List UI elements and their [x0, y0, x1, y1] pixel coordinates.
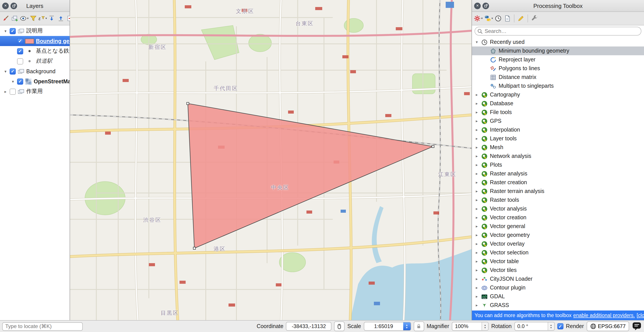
open-layer-styling-button[interactable] [1, 13, 10, 24]
chevron-right-icon[interactable]: ▸ [474, 294, 479, 299]
chevron-right-icon[interactable]: ▸ [474, 198, 479, 202]
toolbox-provider-row[interactable]: ▸Layer tools [472, 134, 644, 143]
toolbox-provider-row[interactable]: ▸Cartography [472, 90, 644, 99]
log-messages-icon[interactable] [632, 321, 642, 331]
manage-map-themes-button[interactable]: ▾ [20, 13, 28, 24]
toolbox-provider-row[interactable]: ▸Database [472, 99, 644, 108]
toolbox-provider-row[interactable]: ▸Contour plugin [472, 283, 644, 292]
layer-visibility-checkbox[interactable]: ✓ [10, 28, 16, 34]
chevron-right-icon[interactable]: ▸ [474, 224, 479, 229]
toolbox-provider-row[interactable]: ▸Vector selection [472, 248, 644, 257]
map-canvas[interactable]: 文京区台東区新宿区千代田区中央区江東区港区渋谷区目黒区 [70, 0, 472, 320]
chevron-down-icon[interactable]: ▾ [10, 79, 15, 84]
layer-visibility-checkbox[interactable]: ✓ [17, 78, 23, 84]
toolbox-provider-row[interactable]: ▸Raster terrain analysis [472, 187, 644, 196]
toolbox-provider-row[interactable]: ▸GPS [472, 117, 644, 125]
filter-by-expression-button[interactable]: ε▾ [38, 13, 47, 24]
chevron-right-icon[interactable]: ▸ [474, 215, 479, 220]
chevron-right-icon[interactable]: ▸ [474, 101, 479, 106]
chevron-right-icon[interactable]: ▸ [474, 180, 479, 185]
coordinate-value[interactable]: -38433,-13132 [286, 322, 332, 331]
toolbox-provider-row[interactable]: ▸Interpolation [472, 125, 644, 134]
toolbox-algorithm-row[interactable]: Multipart to singleparts [472, 82, 644, 90]
chevron-right-icon[interactable]: ▸ [474, 189, 479, 193]
add-group-button[interactable] [10, 13, 19, 24]
toolbox-provider-row[interactable]: ▸Network analysis [472, 152, 644, 160]
edit-features-in-place-button[interactable] [516, 13, 525, 24]
rotation-spinbox[interactable]: 0.0 ° ▴▾ [514, 322, 554, 331]
close-panel-icon[interactable]: × [474, 3, 481, 9]
chevron-right-icon[interactable]: ▸ [474, 242, 479, 246]
toolbox-algorithm-row[interactable]: Minimum bounding geometry [472, 47, 644, 55]
stepper-icon[interactable]: ▴▾ [548, 322, 554, 330]
toolbox-provider-row[interactable]: ▸Vector geometry [472, 231, 644, 239]
undock-panel-icon[interactable] [10, 3, 17, 9]
chevron-right-icon[interactable]: ▸ [474, 163, 479, 167]
toolbox-provider-row[interactable]: ▸Plots [472, 160, 644, 169]
enable-providers-link[interactable]: enable additional providers. [573, 313, 635, 318]
chevron-right-icon[interactable]: ▸ [474, 277, 479, 281]
chevron-right-icon[interactable]: ▸ [474, 119, 479, 123]
chevron-right-icon[interactable]: ▸ [474, 128, 479, 132]
chevron-down-icon[interactable]: ▾ [3, 29, 8, 33]
toolbox-provider-row[interactable]: ▸Mesh [472, 143, 644, 152]
toolbox-provider-row[interactable]: ▸File tools [472, 108, 644, 117]
chevron-right-icon[interactable]: ▸ [474, 93, 479, 97]
toolbox-provider-row[interactable]: ▸GRASS [472, 301, 644, 310]
lock-scale-icon[interactable] [414, 321, 424, 331]
chevron-right-icon[interactable]: ▸ [474, 233, 479, 237]
scale-combobox[interactable]: 1:65019 ▲▼ [364, 322, 411, 331]
chevron-right-icon[interactable]: ▸ [474, 259, 479, 264]
layer-visibility-checkbox[interactable] [10, 88, 16, 94]
options-button[interactable] [530, 13, 539, 24]
toolbox-provider-row[interactable]: ▸Raster tools [472, 196, 644, 204]
expand-all-button[interactable] [47, 13, 56, 24]
toolbox-provider-row[interactable]: ▸Vector table [472, 257, 644, 266]
toolbox-provider-row[interactable]: ▸Vector tiles [472, 266, 644, 275]
chevron-right-icon[interactable]: ▸ [474, 303, 479, 307]
locate-input[interactable] [2, 322, 83, 330]
chevron-right-icon[interactable]: ▸ [474, 250, 479, 255]
chevron-down-icon[interactable]: ▾ [3, 69, 8, 73]
layer-group-row[interactable]: ▾✓Background [0, 66, 70, 76]
crs-button[interactable]: EPSG:6677 [586, 321, 629, 331]
layer-group-row[interactable]: ▸作業用 [0, 86, 70, 96]
mouse-position-icon[interactable] [334, 321, 345, 331]
layer-visibility-checkbox[interactable]: ✓ [10, 68, 16, 74]
toolbox-algorithm-row[interactable]: Reproject layer [472, 55, 644, 64]
toolbox-provider-row[interactable]: ▸Vector overlay [472, 239, 644, 248]
search-input[interactable] [474, 27, 641, 36]
chevron-right-icon[interactable]: ▸ [474, 145, 479, 149]
toolbox-provider-row[interactable]: ▸Raster analysis [472, 169, 644, 178]
layer-visibility-checkbox[interactable]: ✓ [17, 48, 23, 54]
toolbox-group-recently-used[interactable]: ▾Recently used [472, 38, 644, 47]
chevron-right-icon[interactable]: ▸ [474, 207, 479, 211]
chevron-right-icon[interactable]: ▸ [474, 136, 479, 141]
chevron-right-icon[interactable]: ▸ [3, 89, 8, 94]
chevron-right-icon[interactable]: ▸ [474, 110, 479, 114]
stepper-icon[interactable]: ▴▾ [482, 322, 488, 330]
chevron-right-icon[interactable]: ▸ [474, 268, 479, 272]
chevron-right-icon[interactable]: ▸ [474, 285, 479, 290]
model-designer-button[interactable]: ▾ [473, 13, 483, 24]
layer-row[interactable]: ✓Bounding geometry [0, 36, 70, 46]
toolbox-provider-row[interactable]: ▸Vector analysis [472, 204, 644, 213]
chevron-right-icon[interactable]: ▸ [474, 172, 479, 176]
close-footer-link[interactable]: [close] [636, 313, 644, 318]
layer-visibility-checkbox[interactable] [17, 58, 23, 64]
chevron-right-icon[interactable]: ▸ [474, 154, 479, 158]
python-scripts-button[interactable]: ▾ [484, 13, 494, 24]
layer-group-row[interactable]: ▾✓説明用 [0, 26, 70, 36]
layer-row[interactable]: ▾✓OpenStreetMap [0, 76, 70, 86]
toolbox-algorithm-row[interactable]: Polygons to lines [472, 64, 644, 73]
toolbox-provider-row[interactable]: ▸Vector creation [472, 213, 644, 222]
magnifier-spinbox[interactable]: 100% ▴▾ [452, 322, 488, 331]
layer-row[interactable]: 鉄道駅 [0, 56, 70, 66]
toolbox-algorithm-row[interactable]: Distance matrix [472, 73, 644, 82]
toolbox-provider-row[interactable]: ▸GDALGDAL [472, 292, 644, 301]
undock-panel-icon[interactable] [482, 3, 489, 9]
layer-visibility-checkbox[interactable]: ✓ [17, 38, 23, 44]
combo-chevrons-icon[interactable]: ▲▼ [403, 322, 410, 330]
results-viewer-button[interactable] [503, 13, 512, 24]
close-panel-icon[interactable]: × [2, 3, 9, 9]
